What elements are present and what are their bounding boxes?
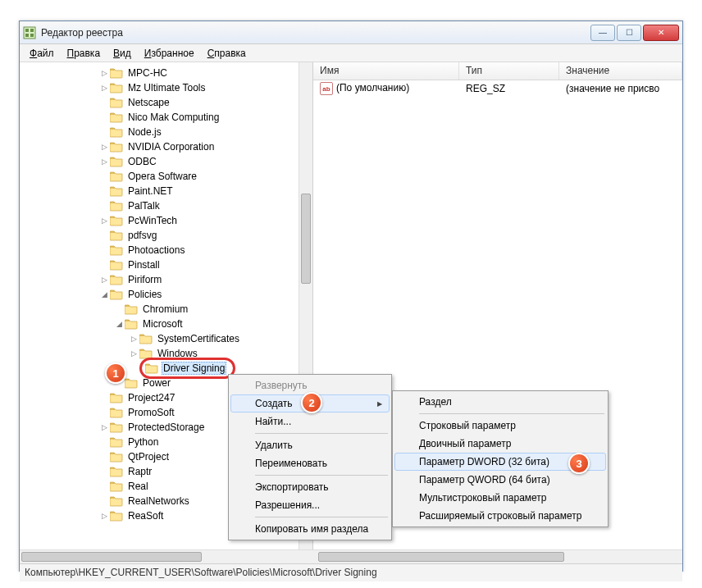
tree-item-label: Policies: [126, 289, 163, 300]
scroll-thumb[interactable]: [301, 194, 311, 284]
menu-item[interactable]: Мультистроковый параметр: [394, 489, 606, 507]
menu-item[interactable]: Двоичный параметр: [394, 435, 606, 453]
tree-item-label: Piriform: [126, 274, 163, 285]
menu-item[interactable]: Переименовать: [230, 454, 390, 472]
tree-item[interactable]: ▷Mz Ultimate Tools: [20, 80, 312, 95]
tree-item[interactable]: ▷MPC-HC: [20, 66, 312, 80]
tree-item[interactable]: Paint.NET: [20, 184, 312, 198]
value-name-cell: ab(По умолчанию): [313, 80, 459, 98]
status-bar: Компьютер\HKEY_CURRENT_USER\Software\Pol…: [20, 563, 682, 581]
value-list[interactable]: ab(По умолчанию)REG_SZ(значение не присв…: [313, 80, 682, 97]
menu-справка[interactable]: Справка: [201, 46, 253, 61]
tree-item[interactable]: ▷NVIDIA Corporation: [20, 139, 312, 154]
menu-separator: [255, 433, 388, 434]
column-headers[interactable]: ИмяТипЗначение: [313, 62, 682, 80]
menu-вид[interactable]: Вид: [107, 46, 138, 61]
tree-expander-icon[interactable]: ▷: [98, 69, 110, 77]
tree-expander-icon[interactable]: ▷: [128, 335, 139, 343]
status-path: Компьютер\HKEY_CURRENT_USER\Software\Pol…: [25, 567, 377, 578]
menu-item[interactable]: Разрешения...: [230, 496, 390, 514]
tree-item[interactable]: Pinstall: [20, 258, 312, 272]
folder-icon: [110, 407, 123, 418]
folder-icon: [110, 97, 123, 108]
tree-expander-icon[interactable]: ▷: [98, 217, 110, 225]
tree-item[interactable]: Nico Mak Computing: [20, 110, 312, 125]
menu-bar: ФайлПравкаВидИзбранноеСправка: [20, 44, 682, 62]
tree-item[interactable]: ▷SystemCertificates: [20, 331, 312, 346]
tree-item[interactable]: ◢Policies: [20, 287, 312, 302]
menu-separator: [419, 413, 604, 414]
tree-item[interactable]: ◢Microsoft: [20, 317, 312, 331]
tree-item-label: Chromium: [141, 303, 189, 315]
menu-item[interactable]: Удалить: [230, 436, 390, 454]
window-title: Редактор реестра: [41, 27, 589, 39]
tree-expander-icon[interactable]: ▷: [128, 349, 139, 358]
tree-item-label: ODBC: [126, 156, 158, 167]
tree-item[interactable]: Opera Software: [20, 169, 312, 184]
tree-item-label: Opera Software: [126, 171, 198, 182]
value-data-cell: (значение не присво: [559, 81, 682, 96]
tree-item-label: Mz Ultimate Tools: [126, 82, 207, 93]
menu-item[interactable]: Копировать имя раздела: [230, 520, 390, 538]
tree-item-label: Photoactions: [126, 244, 186, 256]
minimize-button[interactable]: —: [590, 25, 615, 41]
menu-item[interactable]: Экспортировать: [230, 478, 390, 496]
tree-item[interactable]: Node.js: [20, 125, 312, 139]
menu-item[interactable]: Раздел: [394, 393, 606, 411]
tree-item[interactable]: Photoactions: [20, 243, 312, 258]
hscroll-bar[interactable]: [20, 549, 682, 563]
tree-expander-icon[interactable]: ▷: [98, 423, 110, 431]
folder-icon: [110, 244, 123, 256]
tree-expander-icon[interactable]: ▷: [98, 276, 110, 284]
tree-item-label: Paint.NET: [126, 185, 175, 197]
tree-item-label: QtProject: [126, 451, 171, 463]
menu-файл[interactable]: Файл: [23, 46, 61, 61]
folder-icon: [145, 362, 158, 374]
folder-icon: [110, 230, 123, 241]
highlight-ring-tree: Driver Signing: [139, 358, 235, 379]
tree-item[interactable]: ▷Piriform: [20, 272, 312, 287]
maximize-button[interactable]: ☐: [617, 25, 641, 41]
tree-expander-icon[interactable]: ◢: [98, 290, 110, 299]
tree-expander-icon[interactable]: ▷: [98, 84, 110, 92]
column-header[interactable]: Значение: [559, 62, 682, 80]
tree-item-label: Driver Signing: [162, 362, 226, 375]
folder-icon: [110, 481, 123, 492]
tree-item[interactable]: ▷ODBC: [20, 154, 312, 169]
folder-icon: [110, 422, 123, 433]
folder-icon: [110, 466, 123, 477]
tree-item-label: pdfsvg: [126, 230, 158, 241]
column-header[interactable]: Имя: [313, 62, 459, 80]
tree-item[interactable]: Chromium: [20, 302, 312, 317]
folder-icon: [110, 200, 123, 212]
tree-item[interactable]: PalTalk: [20, 198, 312, 213]
tree-item-label: ReaSoft: [126, 510, 165, 522]
tree-item-label: Project247: [126, 392, 176, 403]
hscroll-thumb-right[interactable]: [318, 552, 564, 562]
menu-избранное[interactable]: Избранное: [138, 46, 201, 61]
tree-item[interactable]: Netscape: [20, 95, 312, 110]
tree-expander-icon[interactable]: ▷: [98, 143, 110, 151]
value-row[interactable]: ab(По умолчанию)REG_SZ(значение не присв…: [313, 80, 682, 97]
step-badge-1: 1: [105, 362, 126, 384]
menu-item[interactable]: Параметр QWORD (64 бита): [394, 471, 606, 489]
close-button[interactable]: ✕: [643, 25, 679, 41]
tree-expander-icon[interactable]: ▷: [98, 512, 110, 520]
tree-item[interactable]: pdfsvg: [20, 228, 312, 243]
column-header[interactable]: Тип: [459, 62, 559, 80]
folder-icon: [110, 141, 123, 153]
tree-expander-icon[interactable]: ◢: [113, 320, 125, 328]
menu-правка[interactable]: Правка: [61, 46, 107, 61]
tree-item[interactable]: ▷PcWinTech: [20, 213, 312, 228]
tree-item-label: Raptr: [126, 466, 153, 477]
menu-item[interactable]: Расширяемый строковый параметр: [394, 507, 606, 525]
string-value-icon: ab: [320, 82, 333, 95]
menu-item[interactable]: Строковый параметр: [394, 417, 606, 435]
hscroll-thumb-left[interactable]: [21, 552, 202, 562]
folder-icon: [110, 156, 123, 167]
menu-item[interactable]: Найти...: [230, 413, 390, 431]
tree-item-label: PromoSoft: [126, 407, 176, 418]
folder-icon: [110, 67, 123, 79]
tree-expander-icon[interactable]: ▷: [98, 157, 110, 166]
menu-separator: [255, 475, 388, 476]
